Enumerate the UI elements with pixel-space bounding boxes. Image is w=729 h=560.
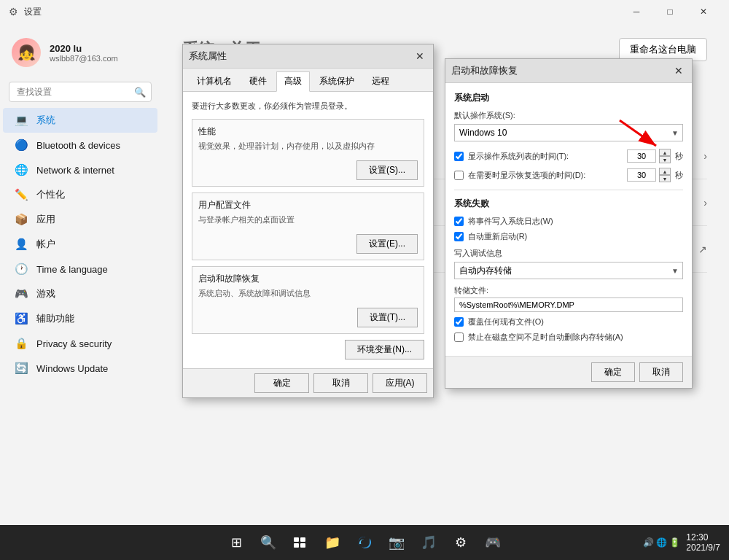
sidebar-item-label: 个性化 xyxy=(36,188,65,201)
sys-props-footer: 确定 取消 应用(A) xyxy=(183,368,433,397)
camera-button[interactable]: 📷 xyxy=(382,528,411,557)
write-event-log-checkbox[interactable] xyxy=(454,217,464,226)
sidebar-item-time[interactable]: 🕐 Time & language xyxy=(3,257,157,281)
recovery-close-button[interactable]: ✕ xyxy=(671,63,686,78)
avatar: 👧 xyxy=(12,38,41,67)
disable-paging-checkbox[interactable] xyxy=(454,332,464,342)
spin-down-button[interactable]: ▼ xyxy=(659,175,671,182)
sys-props-tabs: 计算机名 硬件 高级 系统保护 远程 xyxy=(183,69,433,92)
search-box[interactable]: 🔍 xyxy=(9,82,152,102)
user-profiles-settings-button[interactable]: 设置(E)... xyxy=(356,234,418,254)
edge-button[interactable] xyxy=(350,528,379,557)
sidebar-item-gaming[interactable]: 🎮 游戏 xyxy=(3,281,157,306)
recovery-ok-button[interactable]: 确定 xyxy=(591,362,635,382)
startup-recovery-settings-button[interactable]: 设置(T)... xyxy=(357,308,418,327)
tab-system-protection[interactable]: 系统保护 xyxy=(311,71,362,91)
sidebar-item-label: Network & internet xyxy=(36,165,114,176)
sys-props-title: 系统属性 xyxy=(189,50,227,63)
auto-restart-checkbox[interactable] xyxy=(454,232,464,241)
windows-update-icon: 🔄 xyxy=(15,362,28,375)
show-os-list-time-input-wrap: ▲ ▼ 秒 xyxy=(627,149,683,163)
admin-note: 要进行大多数更改，你必须作为管理员登录。 xyxy=(192,101,424,112)
recovery-title: 启动和故障恢复 xyxy=(451,64,518,77)
sys-props-ok-button[interactable]: 确定 xyxy=(254,373,309,393)
avatar-emoji: 👧 xyxy=(17,44,36,61)
show-recovery-time-input[interactable] xyxy=(627,168,656,182)
gaming-icon: 🎮 xyxy=(15,287,28,300)
sidebar-item-network[interactable]: 🌐 Network & internet xyxy=(3,158,157,182)
sidebar-item-bluetooth[interactable]: 🔵 Bluetooth & devices xyxy=(3,133,157,158)
show-os-list-checkbox[interactable] xyxy=(454,152,464,161)
show-os-list-row: 显示操作系统列表的时间(T): ▲ ▼ 秒 xyxy=(454,149,683,163)
taskbar-right: 🔊 🌐 🔋 12:302021/9/7 xyxy=(643,532,720,553)
svg-rect-4 xyxy=(294,543,299,548)
startup-recovery-section: 启动和故障恢复 系统启动、系统故障和调试信息 设置(T)... xyxy=(192,266,424,334)
spin-down-button[interactable]: ▼ xyxy=(659,156,671,163)
performance-settings-button[interactable]: 设置(S)... xyxy=(356,160,418,180)
dump-file-label: 转储文件: xyxy=(454,285,683,296)
personalization-icon: ✏️ xyxy=(15,188,28,201)
show-os-list-spin: ▲ ▼ xyxy=(659,149,671,163)
sys-props-cancel-button[interactable]: 取消 xyxy=(313,373,368,393)
tab-remote[interactable]: 远程 xyxy=(364,71,397,91)
show-recovery-row: 在需要时显示恢复选项的时间(D): ▲ ▼ 秒 xyxy=(454,168,683,182)
taskbar-center: ⊞ 🔍 📁 📷 🎵 ⚙ 🎮 xyxy=(222,528,507,557)
env-variables-button[interactable]: 环境变量(N)... xyxy=(345,340,424,359)
sys-props-close-button[interactable]: ✕ xyxy=(413,49,427,63)
show-recovery-time-input-wrap: ▲ ▼ 秒 xyxy=(627,168,683,182)
sidebar-item-privacy[interactable]: 🔒 Privacy & security xyxy=(3,331,157,356)
window-controls: ─ □ ✕ xyxy=(620,0,720,23)
recovery-footer: 确定 取消 xyxy=(445,356,692,388)
seconds-label: 秒 xyxy=(675,151,683,162)
sidebar-item-accessibility[interactable]: ♿ 辅助功能 xyxy=(3,306,157,331)
bluetooth-icon: 🔵 xyxy=(15,139,28,152)
overwrite-row: 覆盖任何现有文件(O) xyxy=(454,316,683,327)
sidebar-item-label: 系统 xyxy=(36,114,55,127)
dump-type-select[interactable]: 自动内存转储 xyxy=(454,262,683,279)
settings-taskbar-button[interactable]: ⚙ xyxy=(446,528,475,557)
sidebar-item-system[interactable]: 💻 系统 xyxy=(3,108,157,133)
auto-restart-row: 自动重新启动(R) xyxy=(454,231,683,242)
task-view-button[interactable] xyxy=(286,528,315,557)
tab-hardware[interactable]: 硬件 xyxy=(241,71,275,91)
divider xyxy=(454,190,683,190)
recovery-dialog: 启动和故障恢复 ✕ 系统启动 默认操作系统(S): Windows 10 ▼ 显… xyxy=(445,58,693,389)
sys-props-apply-button[interactable]: 应用(A) xyxy=(373,373,427,393)
app-title: 设置 xyxy=(24,6,42,18)
user-name: 2020 lu xyxy=(50,43,118,54)
search-input[interactable] xyxy=(9,82,152,102)
music-button[interactable]: 🎵 xyxy=(414,528,443,557)
file-explorer-button[interactable]: 📁 xyxy=(318,528,347,557)
accessibility-icon: ♿ xyxy=(15,312,28,325)
tab-computer-name[interactable]: 计算机名 xyxy=(189,71,240,91)
system-properties-dialog: 系统属性 ✕ 计算机名 硬件 高级 系统保护 远程 要进行大多数更改，你必须作为… xyxy=(182,44,434,398)
sidebar-item-personalization[interactable]: ✏️ 个性化 xyxy=(3,182,157,207)
default-os-label: 默认操作系统(S): xyxy=(454,110,683,121)
default-os-select[interactable]: Windows 10 xyxy=(454,124,683,141)
overwrite-label: 覆盖任何现有文件(O) xyxy=(468,316,544,327)
start-button[interactable]: ⊞ xyxy=(222,528,251,557)
taskbar-time: 12:302021/9/7 xyxy=(686,532,720,553)
title-bar: ⚙ 设置 ─ □ ✕ xyxy=(0,0,729,23)
game-button[interactable]: 🎮 xyxy=(478,528,507,557)
close-button[interactable]: ✕ xyxy=(687,0,720,23)
minimize-button[interactable]: ─ xyxy=(620,0,653,23)
overwrite-checkbox[interactable] xyxy=(454,317,464,327)
search-button[interactable]: 🔍 xyxy=(254,528,283,557)
show-os-list-time-input[interactable] xyxy=(627,149,656,163)
recovery-cancel-button[interactable]: 取消 xyxy=(639,362,683,382)
spin-up-button[interactable]: ▲ xyxy=(659,168,671,175)
user-section: 👧 2020 lu wslbb87@163.com xyxy=(0,29,160,76)
network-icon: 🌐 xyxy=(15,163,28,176)
maximize-button[interactable]: □ xyxy=(653,0,687,23)
tab-advanced[interactable]: 高级 xyxy=(276,71,310,92)
sidebar: 👧 2020 lu wslbb87@163.com 🔍 💻 系统 🔵 Bluet… xyxy=(0,23,160,525)
sidebar-item-accounts[interactable]: 👤 帐户 xyxy=(3,232,157,257)
default-os-select-wrap: Windows 10 ▼ xyxy=(454,124,683,141)
sidebar-item-apps[interactable]: 📦 应用 xyxy=(3,207,157,232)
sidebar-item-windows-update[interactable]: 🔄 Windows Update xyxy=(3,356,157,381)
show-recovery-checkbox[interactable] xyxy=(454,171,464,180)
spin-up-button[interactable]: ▲ xyxy=(659,149,671,156)
dump-file-input[interactable] xyxy=(454,298,683,312)
sidebar-item-label: 应用 xyxy=(36,213,55,226)
